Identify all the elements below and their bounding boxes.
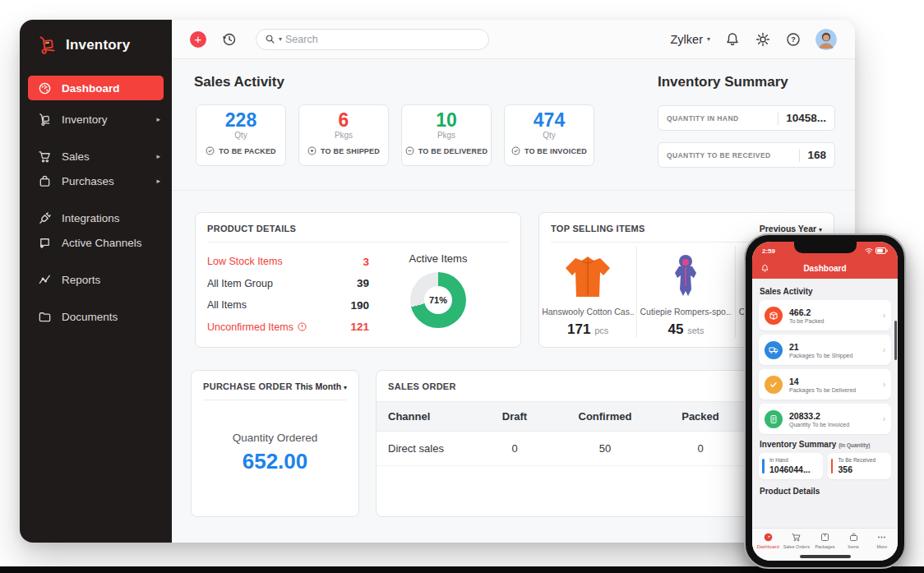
phone-app-header: Dashboard: [752, 258, 898, 279]
accent-bar: [831, 459, 834, 474]
row-label: QUANTITY TO BE RECEIVED: [667, 151, 799, 159]
info-icon[interactable]: [298, 322, 307, 331]
folder-icon: [38, 310, 52, 324]
card-unit: Pkgs: [437, 131, 455, 140]
item-qty: 45: [668, 321, 684, 337]
purchase-order-card: PURCHASE ORDER This Month ▾ Quantity Ord…: [191, 370, 359, 517]
app-logo[interactable]: Inventory: [20, 20, 172, 67]
phone-to-be-received-card[interactable]: To Be Received 356: [828, 453, 892, 479]
truck-icon: [765, 341, 783, 359]
to-be-invoiced-card[interactable]: 474 Qty TO BE INVOICED: [504, 104, 594, 166]
cell-confirmed: 50: [552, 432, 658, 465]
card-value: 6: [339, 110, 349, 131]
phone-to-be-packed-card[interactable]: 466.2 To be Packed ›: [759, 300, 891, 330]
reports-icon: [38, 273, 52, 287]
nav-label: Sales Orders: [783, 544, 810, 549]
all-item-group-row[interactable]: All Item Group 39: [207, 273, 369, 295]
sidebar-item-sales[interactable]: Sales ▸: [20, 144, 172, 169]
phone-to-be-delivered-card[interactable]: 14 Packages To be Delivered ›: [759, 369, 891, 400]
settings-gear-icon[interactable]: [755, 31, 771, 48]
card-unit: Qty: [234, 131, 247, 140]
phone-to-be-invoiced-card[interactable]: 20833.2 Quantity To be Invoiced ›: [759, 404, 891, 434]
phone-in-hand-card[interactable]: In Hand 1046044...: [759, 453, 823, 479]
check-icon: [765, 376, 783, 394]
column-header[interactable]: Channel: [377, 402, 477, 431]
card-label: Packages To be Delivered: [789, 387, 856, 393]
phone-screen: 2:59 Dashboard: [752, 242, 898, 561]
to-be-packed-card[interactable]: 228 Qty TO BE PACKED: [196, 104, 286, 166]
row-label: All Items: [207, 299, 247, 311]
sidebar-item-purchases[interactable]: Purchases ▸: [20, 169, 172, 193]
sidebar-item-integrations[interactable]: Integrations: [20, 206, 172, 230]
search-box[interactable]: ▾: [256, 29, 489, 50]
unconfirmed-items-row[interactable]: Unconfirmed Items 121: [207, 317, 369, 339]
org-switcher[interactable]: Zylker ▾: [671, 33, 711, 46]
plug-icon: [38, 211, 52, 225]
to-be-delivered-card[interactable]: 10 Pkgs TO BE DELIVERED: [401, 104, 492, 166]
column-header[interactable]: Draft: [477, 402, 552, 431]
column-header[interactable]: Packed: [658, 402, 743, 431]
quick-create-button[interactable]: +: [190, 31, 206, 48]
search-input[interactable]: [285, 34, 480, 45]
app-name: Inventory: [66, 37, 130, 53]
all-items-row[interactable]: All Items 190: [207, 294, 369, 317]
more-dots-icon: [876, 532, 887, 543]
sidebar-item-reports[interactable]: Reports: [20, 267, 172, 292]
low-stock-items-row[interactable]: Low Stock Items 3: [207, 251, 369, 273]
box-icon: [765, 307, 783, 325]
hand-truck-icon: [38, 113, 52, 127]
card-value: 356: [839, 464, 887, 474]
help-icon[interactable]: ?: [785, 31, 802, 48]
phone-notch: [794, 242, 857, 253]
quantity-to-be-received-row[interactable]: QUANTITY TO BE RECEIVED 168: [658, 142, 835, 168]
nav-label: Dashboard: [757, 544, 779, 549]
column-header[interactable]: Confirmed: [552, 402, 658, 431]
phone-sales-activity-title: Sales Activity: [760, 287, 891, 296]
divider: [778, 112, 778, 125]
sidebar-item-active-channels[interactable]: Active Channels: [20, 230, 172, 255]
period-dropdown[interactable]: This Month ▾: [295, 381, 347, 391]
phone-nav-dashboard[interactable]: Dashboard: [754, 532, 782, 561]
sidebar-item-dashboard[interactable]: Dashboard: [28, 76, 164, 100]
sidebar-item-documents[interactable]: Documents: [20, 304, 172, 329]
sidebar-item-label: Dashboard: [62, 82, 120, 95]
phone-page-title: Dashboard: [752, 264, 898, 273]
card-unit: Qty: [543, 131, 556, 140]
card-label: Quantity To be Invoiced: [789, 422, 849, 427]
top-selling-item[interactable]: Cutiepie Rompers-spo... 45 sets: [637, 246, 735, 338]
phone-home-indicator[interactable]: [800, 555, 851, 558]
status-time: 2:59: [762, 247, 775, 255]
nav-label: More: [876, 544, 887, 549]
cardigan-product-image: [561, 252, 615, 302]
sidebar-item-label: Inventory: [62, 113, 108, 126]
metric-label: Quantity Ordered: [233, 432, 318, 444]
phone-nav-more[interactable]: More: [868, 532, 896, 561]
divider: [799, 149, 800, 162]
chevron-down-icon: ▾: [707, 35, 710, 43]
sidebar-item-label: Active Channels: [62, 237, 142, 249]
card-unit: Pkgs: [335, 131, 353, 140]
period-dropdown[interactable]: Previous Year ▾: [760, 224, 822, 233]
phone-to-be-shipped-card[interactable]: 21 Packages To be Shipped ›: [759, 335, 891, 365]
user-avatar[interactable]: [815, 29, 837, 50]
sidebar-item-label: Sales: [62, 150, 90, 163]
phone-summary-row: In Hand 1046044... To Be Received 356: [759, 453, 891, 479]
app-window: Inventory Dashboard: [20, 20, 855, 543]
search-filter-caret-icon[interactable]: ▾: [279, 35, 282, 43]
to-be-shipped-card[interactable]: 6 Pkgs TO BE SHIPPED: [298, 104, 389, 166]
phone-scrollbar[interactable]: [894, 321, 897, 360]
dash-circle-icon: [405, 146, 414, 155]
recent-history-icon[interactable]: [221, 31, 238, 48]
sidebar-item-inventory[interactable]: Inventory ▸: [20, 107, 172, 132]
top-selling-item[interactable]: Hanswooly Cotton Cas... 171 pcs: [539, 246, 637, 338]
chevron-right-icon: ›: [883, 345, 885, 354]
notifications-bell-icon[interactable]: [724, 31, 741, 48]
card-title: PURCHASE ORDER: [203, 381, 293, 391]
quantity-in-hand-row[interactable]: QUANTITY IN HAND 10458...: [658, 105, 835, 131]
item-unit: sets: [687, 326, 704, 335]
phone-inventory-summary-title: Inventory Summary: [760, 440, 836, 449]
card-label: TO BE SHIPPED: [321, 147, 380, 155]
item-qty: 171: [567, 321, 590, 337]
svg-text:?: ?: [791, 35, 796, 44]
card-label: In Hand: [769, 457, 818, 463]
